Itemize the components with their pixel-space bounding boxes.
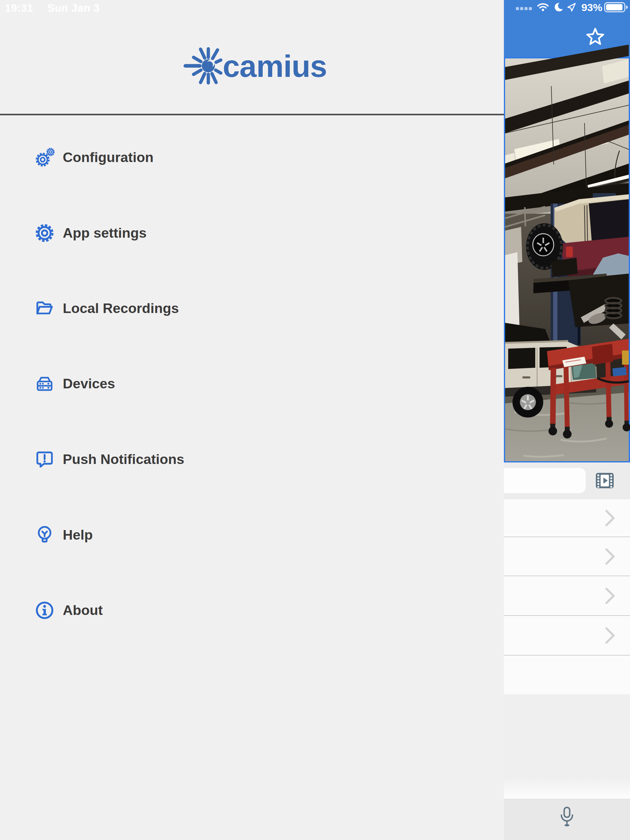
gears-icon <box>35 147 55 167</box>
playback-button[interactable] <box>595 471 615 490</box>
list-row[interactable] <box>504 576 630 616</box>
toolbar-pill[interactable] <box>496 468 586 493</box>
list-row[interactable] <box>504 499 630 537</box>
notification-bubble-icon <box>35 449 55 469</box>
brand-logo: camius <box>0 43 504 89</box>
microphone-icon <box>559 807 575 828</box>
drawer-item-help[interactable]: Help <box>0 518 504 553</box>
chevron-right-icon <box>605 587 616 605</box>
list-row[interactable] <box>504 655 630 694</box>
drawer-item-label: Local Recordings <box>63 300 179 316</box>
cellular-dots-icon <box>516 7 533 11</box>
main-panel: 93% <box>504 0 630 840</box>
dnd-moon-icon <box>554 2 563 12</box>
film-play-icon <box>595 471 615 490</box>
camius-sunburst-icon <box>183 46 222 85</box>
lightbulb-icon <box>35 525 55 545</box>
info-icon <box>35 600 55 621</box>
gear-icon <box>35 223 55 243</box>
drawer-item-label: Configuration <box>63 149 154 166</box>
list-row[interactable] <box>504 616 630 655</box>
brand-wordmark: camius <box>223 43 327 89</box>
drawer-item-label: App settings <box>63 225 147 241</box>
camera-live-view-tile[interactable] <box>504 57 630 463</box>
statusbar-left: 19:31Sun Jan 3 <box>5 2 100 14</box>
camera-snapshot-image <box>505 58 629 461</box>
drawer-item-label: Push Notifications <box>63 452 184 467</box>
drawer-item-configuration[interactable]: Configuration <box>0 140 504 175</box>
dvr-icon <box>35 374 55 394</box>
talk-button[interactable] <box>559 807 575 829</box>
camera-toolbar <box>504 463 630 499</box>
drawer-item-app-settings[interactable]: App settings <box>0 216 504 251</box>
drawer-item-label: About <box>63 602 103 618</box>
drawer-divider <box>0 114 504 115</box>
drawer-item-label: Devices <box>63 376 115 392</box>
chevron-right-icon <box>605 509 616 527</box>
statusbar-date: Sun Jan 3 <box>47 2 100 14</box>
location-arrow-icon <box>567 3 576 11</box>
drawer-item-about[interactable]: About <box>0 593 504 628</box>
drawer-item-push-notifications[interactable]: Push Notifications <box>0 442 504 477</box>
battery-percent: 93% <box>579 1 602 14</box>
bottom-toolbar <box>504 799 630 840</box>
statusbar-time: 19:31 <box>5 2 33 14</box>
folder-icon <box>35 298 55 319</box>
battery-icon <box>604 2 628 12</box>
chevron-right-icon <box>605 548 616 565</box>
star-icon <box>585 27 606 47</box>
drawer-item-local-recordings[interactable]: Local Recordings <box>0 291 504 326</box>
list-row[interactable] <box>504 537 630 576</box>
wifi-icon <box>537 3 549 11</box>
content-background <box>504 694 630 799</box>
drawer-item-label: Help <box>63 527 93 543</box>
favorite-star-button[interactable] <box>585 27 606 47</box>
drawer-item-devices[interactable]: Devices <box>0 366 504 401</box>
chevron-right-icon <box>605 627 616 644</box>
side-drawer: 19:31Sun Jan 3 camius <box>0 0 504 840</box>
